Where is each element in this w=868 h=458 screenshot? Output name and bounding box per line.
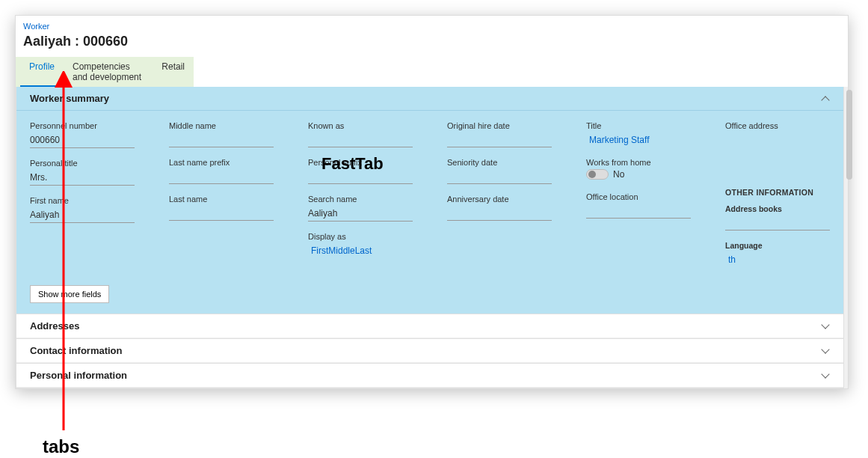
col-middle-last: Middle name Last name prefix Last name bbox=[169, 121, 274, 278]
label-search-name: Search name bbox=[308, 195, 413, 204]
label-seniority-date: Seniority date bbox=[447, 158, 552, 167]
value-search-name[interactable]: Aaliyah bbox=[308, 206, 413, 222]
col-office-other: Office address OTHER INFORMATION Address… bbox=[725, 121, 830, 278]
value-personal-suffix[interactable] bbox=[308, 169, 413, 184]
chevron-down-icon bbox=[821, 346, 830, 355]
worker-window: Worker Aaliyah : 000660 Profile Competen… bbox=[15, 15, 849, 389]
fasttab-title-personal: Personal information bbox=[30, 370, 127, 381]
col-title: Title Marketing Staff Works from home No… bbox=[586, 121, 691, 278]
page-title: Aaliyah : 000660 bbox=[16, 31, 848, 57]
tab-retail[interactable]: Retail bbox=[153, 57, 194, 87]
fasttab-header-worker-summary[interactable]: Worker summary bbox=[16, 87, 843, 111]
value-known-as[interactable] bbox=[308, 132, 413, 147]
breadcrumb[interactable]: Worker bbox=[16, 16, 848, 31]
toggle-track-icon bbox=[586, 169, 609, 180]
label-personal-title: Personal title bbox=[30, 159, 135, 168]
fasttab-title-contact: Contact information bbox=[30, 345, 123, 356]
label-last-name-prefix: Last name prefix bbox=[169, 158, 274, 167]
fasttab-title-addresses: Addresses bbox=[30, 320, 79, 332]
value-display-as[interactable]: FirstMiddleLast bbox=[308, 243, 413, 258]
tabs-bar: Profile Competencies and development Ret… bbox=[16, 57, 194, 87]
value-original-hire-date[interactable] bbox=[447, 132, 552, 147]
label-personnel-number: Personnel number bbox=[30, 121, 135, 130]
value-seniority-date[interactable] bbox=[447, 169, 552, 184]
fasttab-contact-info: Contact information bbox=[16, 339, 844, 364]
chevron-down-icon bbox=[821, 322, 830, 331]
tab-competencies[interactable]: Competencies and development bbox=[64, 57, 153, 87]
fasttab-worker-summary: Worker summary Personnel number 000660 P… bbox=[16, 87, 844, 314]
label-original-hire-date: Original hire date bbox=[447, 121, 552, 130]
value-title[interactable]: Marketing Staff bbox=[586, 132, 691, 147]
fasttab-header-contact[interactable]: Contact information bbox=[16, 339, 843, 363]
label-address-books: Address books bbox=[725, 204, 830, 213]
value-office-location[interactable] bbox=[586, 204, 691, 219]
value-personal-title[interactable]: Mrs. bbox=[30, 170, 135, 186]
value-address-books[interactable] bbox=[725, 216, 830, 230]
col-known-as: Known as Personal suffix Search name Aal… bbox=[308, 121, 413, 278]
label-office-location: Office location bbox=[586, 192, 691, 201]
label-anniversary-date: Anniversary date bbox=[447, 195, 552, 204]
value-middle-name[interactable] bbox=[169, 132, 274, 147]
toggle-label-wfh: No bbox=[613, 169, 624, 180]
value-office-address[interactable] bbox=[725, 132, 830, 177]
label-language: Language bbox=[725, 241, 830, 250]
label-first-name: First name bbox=[30, 196, 135, 205]
value-last-name[interactable] bbox=[169, 206, 274, 221]
col-dates: Original hire date Seniority date Annive… bbox=[447, 121, 552, 278]
annotation-tabs-label: tabs bbox=[43, 436, 79, 457]
label-last-name: Last name bbox=[169, 195, 274, 204]
scrollbar[interactable] bbox=[844, 87, 848, 388]
label-middle-name: Middle name bbox=[169, 121, 274, 130]
value-language[interactable]: th bbox=[725, 252, 830, 267]
value-last-name-prefix[interactable] bbox=[169, 169, 274, 184]
show-more-fields-button[interactable]: Show more fields bbox=[30, 285, 109, 303]
label-works-from-home: Works from home bbox=[586, 158, 691, 167]
label-personal-suffix: Personal suffix bbox=[308, 158, 413, 167]
heading-other-information: OTHER INFORMATION bbox=[725, 188, 830, 197]
fasttab-body-worker-summary: Personnel number 000660 Personal title M… bbox=[16, 111, 843, 281]
fasttab-personal-info: Personal information bbox=[16, 364, 844, 388]
label-known-as: Known as bbox=[308, 121, 413, 130]
fasttab-title: Worker summary bbox=[30, 93, 109, 104]
chevron-up-icon bbox=[821, 94, 830, 103]
col-personnel: Personnel number 000660 Personal title M… bbox=[30, 121, 135, 278]
label-title: Title bbox=[586, 121, 691, 130]
toggle-thumb-icon bbox=[588, 171, 596, 178]
value-anniversary-date[interactable] bbox=[447, 206, 552, 221]
value-first-name[interactable]: Aaliyah bbox=[30, 207, 135, 223]
tab-profile[interactable]: Profile bbox=[20, 57, 64, 87]
label-display-as: Display as bbox=[308, 232, 413, 241]
value-personnel-number[interactable]: 000660 bbox=[30, 132, 135, 148]
fasttab-addresses: Addresses bbox=[16, 314, 844, 339]
fasttab-header-personal[interactable]: Personal information bbox=[16, 364, 843, 388]
chevron-down-icon bbox=[821, 371, 830, 380]
fasttab-header-addresses[interactable]: Addresses bbox=[16, 314, 843, 338]
label-office-address: Office address bbox=[725, 121, 830, 130]
toggle-works-from-home[interactable]: No bbox=[586, 169, 624, 180]
